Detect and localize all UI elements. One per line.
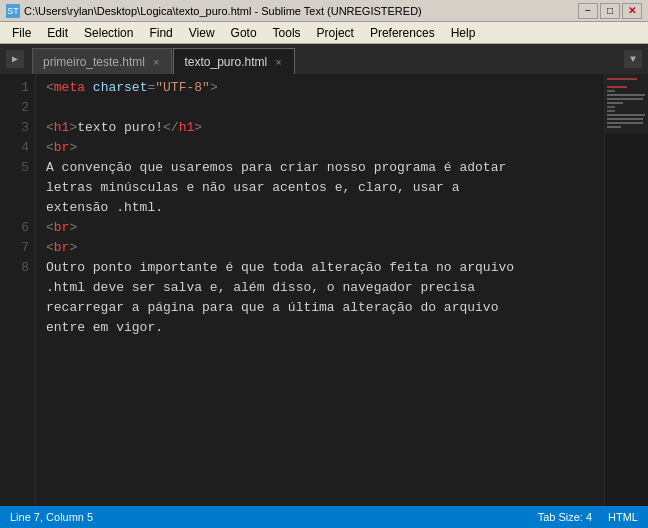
close-button[interactable]: ✕ <box>622 3 642 19</box>
line-number-2: 2 <box>0 98 29 118</box>
code-line-9: <br> <box>46 238 604 258</box>
menu-bar: FileEditSelectionFindViewGotoToolsProjec… <box>0 22 648 44</box>
menu-item-help[interactable]: Help <box>443 22 484 43</box>
menu-item-selection[interactable]: Selection <box>76 22 141 43</box>
line-number-3: 3 <box>0 118 29 138</box>
menu-item-edit[interactable]: Edit <box>39 22 76 43</box>
line-number-4: 4 <box>0 138 29 158</box>
line-number-9: 7 <box>0 238 29 258</box>
minimap <box>604 74 648 506</box>
window-title: C:\Users\rylan\Desktop\Logica\texto_puro… <box>24 5 422 17</box>
tab-label-0: primeiro_teste.html <box>43 55 145 69</box>
menu-item-view[interactable]: View <box>181 22 223 43</box>
code-line-3: <h1>texto puro!</h1> <box>46 118 604 138</box>
svg-rect-0 <box>605 74 648 506</box>
tab-bar: ▶ primeiro_teste.html×texto_puro.html×▼ <box>0 44 648 74</box>
code-line-6: letras minúsculas e não usar acentos e, … <box>46 178 604 198</box>
code-line-12: recarregar a página para que a última al… <box>46 298 604 318</box>
menu-item-tools[interactable]: Tools <box>265 22 309 43</box>
status-bar: Line 7, Column 5 Tab Size: 4 HTML <box>0 506 648 528</box>
cursor-position-text: Line 7, Column 5 <box>10 511 93 523</box>
code-line-7: extensão .html. <box>46 198 604 218</box>
tab-1[interactable]: texto_puro.html× <box>173 48 294 74</box>
title-bar: ST C:\Users\rylan\Desktop\Logica\texto_p… <box>0 0 648 22</box>
line-number-11 <box>0 278 29 298</box>
code-line-8: <br> <box>46 218 604 238</box>
menu-item-preferences[interactable]: Preferences <box>362 22 443 43</box>
cursor-position[interactable]: Line 7, Column 5 <box>10 511 93 523</box>
code-line-10: Outro ponto importante é que toda altera… <box>46 258 604 278</box>
line-number-7 <box>0 198 29 218</box>
line-number-5: 5 <box>0 158 29 178</box>
window-controls[interactable]: − □ ✕ <box>578 3 642 19</box>
code-line-4: <br> <box>46 138 604 158</box>
tab-size-text: Tab Size: 4 <box>538 511 592 523</box>
code-line-2 <box>46 98 604 118</box>
app-icon: ST <box>6 4 20 18</box>
tab-0[interactable]: primeiro_teste.html× <box>32 48 172 74</box>
code-area[interactable]: <meta charset="UTF-8"> <h1>texto puro!</… <box>36 74 604 506</box>
status-right: Tab Size: 4 HTML <box>538 511 638 523</box>
line-numbers: 12345678 <box>0 74 36 506</box>
code-line-5: A convenção que usaremos para criar noss… <box>46 158 604 178</box>
menu-item-goto[interactable]: Goto <box>223 22 265 43</box>
minimap-svg <box>605 74 648 506</box>
tab-label-1: texto_puro.html <box>184 55 267 69</box>
tab-dropdown[interactable]: ▼ <box>624 50 642 68</box>
line-number-12 <box>0 298 29 318</box>
svg-rect-13 <box>605 74 648 134</box>
line-number-8: 6 <box>0 218 29 238</box>
line-number-6 <box>0 178 29 198</box>
code-line-11: .html deve ser salva e, além disso, o na… <box>46 278 604 298</box>
status-left: Line 7, Column 5 <box>10 511 93 523</box>
tab-close-1[interactable]: × <box>273 56 283 68</box>
code-line-13: entre em vigor. <box>46 318 604 338</box>
minimize-button[interactable]: − <box>578 3 598 19</box>
tab-close-0[interactable]: × <box>151 56 161 68</box>
tab-size[interactable]: Tab Size: 4 <box>538 511 592 523</box>
menu-item-file[interactable]: File <box>4 22 39 43</box>
line-number-1: 1 <box>0 78 29 98</box>
menu-item-find[interactable]: Find <box>141 22 180 43</box>
maximize-button[interactable]: □ <box>600 3 620 19</box>
tab-scroll-left[interactable]: ▶ <box>6 50 24 68</box>
language-text: HTML <box>608 511 638 523</box>
menu-item-project[interactable]: Project <box>309 22 362 43</box>
code-line-1: <meta charset="UTF-8"> <box>46 78 604 98</box>
line-number-10: 8 <box>0 258 29 278</box>
language-mode[interactable]: HTML <box>608 511 638 523</box>
line-number-13 <box>0 318 29 338</box>
editor: 12345678 <meta charset="UTF-8"> <h1>text… <box>0 74 648 506</box>
title-bar-left: ST C:\Users\rylan\Desktop\Logica\texto_p… <box>6 4 422 18</box>
